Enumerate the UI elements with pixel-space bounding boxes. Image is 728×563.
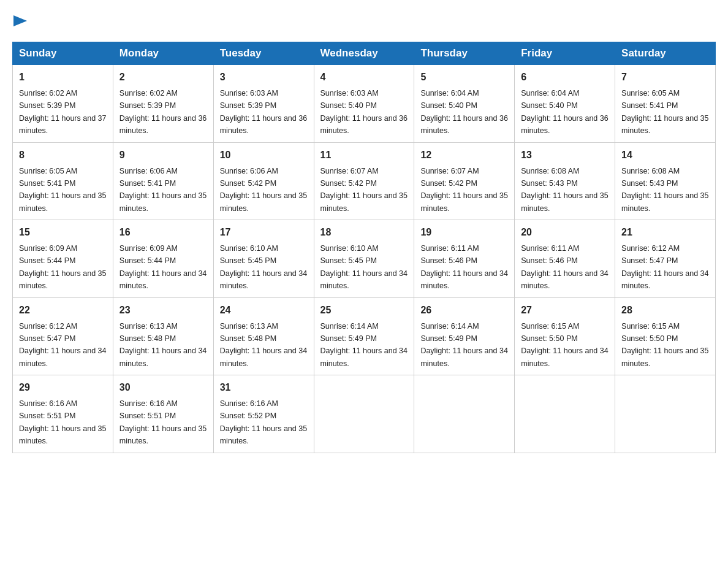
day-cell: [615, 375, 716, 453]
day-cell: 31 Sunrise: 6:16 AMSunset: 5:52 PMDaylig…: [213, 375, 314, 453]
cell-info: Sunrise: 6:14 AMSunset: 5:49 PMDaylight:…: [420, 322, 507, 368]
cell-info: Sunrise: 6:05 AMSunset: 5:41 PMDaylight:…: [621, 89, 708, 135]
cell-info: Sunrise: 6:06 AMSunset: 5:42 PMDaylight:…: [220, 167, 307, 213]
cell-info: Sunrise: 6:11 AMSunset: 5:46 PMDaylight:…: [521, 244, 608, 290]
svg-marker-0: [13, 15, 27, 26]
day-cell: 8 Sunrise: 6:05 AMSunset: 5:41 PMDayligh…: [13, 142, 113, 220]
day-number: 11: [320, 148, 408, 163]
calendar-table: SundayMondayTuesdayWednesdayThursdayFrid…: [12, 42, 716, 453]
day-cell: 14 Sunrise: 6:08 AMSunset: 5:43 PMDaylig…: [615, 142, 716, 220]
column-header-monday: Monday: [113, 42, 213, 65]
cell-info: Sunrise: 6:07 AMSunset: 5:42 PMDaylight:…: [320, 167, 408, 213]
day-number: 30: [119, 380, 207, 395]
day-number: 28: [621, 303, 709, 318]
cell-info: Sunrise: 6:09 AMSunset: 5:44 PMDaylight:…: [119, 244, 207, 290]
day-cell: 10 Sunrise: 6:06 AMSunset: 5:42 PMDaylig…: [213, 142, 314, 220]
day-cell: 6 Sunrise: 6:04 AMSunset: 5:40 PMDayligh…: [515, 65, 615, 143]
day-number: 20: [521, 225, 609, 240]
day-number: 15: [19, 225, 107, 240]
day-cell: 12 Sunrise: 6:07 AMSunset: 5:42 PMDaylig…: [414, 142, 515, 220]
cell-info: Sunrise: 6:16 AMSunset: 5:51 PMDaylight:…: [19, 399, 106, 445]
day-cell: 27 Sunrise: 6:15 AMSunset: 5:50 PMDaylig…: [515, 297, 615, 375]
day-cell: 18 Sunrise: 6:10 AMSunset: 5:45 PMDaylig…: [314, 220, 414, 298]
day-cell: 7 Sunrise: 6:05 AMSunset: 5:41 PMDayligh…: [615, 65, 716, 143]
cell-info: Sunrise: 6:15 AMSunset: 5:50 PMDaylight:…: [521, 322, 608, 368]
cell-info: Sunrise: 6:10 AMSunset: 5:45 PMDaylight:…: [220, 244, 307, 290]
cell-info: Sunrise: 6:16 AMSunset: 5:51 PMDaylight:…: [119, 399, 207, 445]
day-cell: 5 Sunrise: 6:04 AMSunset: 5:40 PMDayligh…: [414, 65, 515, 143]
day-cell: 13 Sunrise: 6:08 AMSunset: 5:43 PMDaylig…: [515, 142, 615, 220]
week-row-4: 22 Sunrise: 6:12 AMSunset: 5:47 PMDaylig…: [13, 297, 716, 375]
week-row-2: 8 Sunrise: 6:05 AMSunset: 5:41 PMDayligh…: [13, 142, 716, 220]
page-header: [12, 12, 716, 29]
day-cell: 25 Sunrise: 6:14 AMSunset: 5:49 PMDaylig…: [314, 297, 414, 375]
day-cell: 17 Sunrise: 6:10 AMSunset: 5:45 PMDaylig…: [213, 220, 314, 298]
cell-info: Sunrise: 6:16 AMSunset: 5:52 PMDaylight:…: [220, 399, 307, 445]
day-header-row: SundayMondayTuesdayWednesdayThursdayFrid…: [13, 42, 716, 65]
day-number: 2: [119, 70, 207, 85]
week-row-5: 29 Sunrise: 6:16 AMSunset: 5:51 PMDaylig…: [13, 375, 716, 453]
day-cell: 9 Sunrise: 6:06 AMSunset: 5:41 PMDayligh…: [113, 142, 213, 220]
day-number: 10: [220, 148, 308, 163]
day-cell: 30 Sunrise: 6:16 AMSunset: 5:51 PMDaylig…: [113, 375, 213, 453]
day-cell: [414, 375, 515, 453]
day-cell: 4 Sunrise: 6:03 AMSunset: 5:40 PMDayligh…: [314, 65, 414, 143]
day-cell: 16 Sunrise: 6:09 AMSunset: 5:44 PMDaylig…: [113, 220, 213, 298]
cell-info: Sunrise: 6:15 AMSunset: 5:50 PMDaylight:…: [621, 322, 708, 368]
cell-info: Sunrise: 6:03 AMSunset: 5:40 PMDaylight:…: [320, 89, 408, 135]
day-number: 6: [521, 70, 609, 85]
cell-info: Sunrise: 6:13 AMSunset: 5:48 PMDaylight:…: [220, 322, 307, 368]
day-number: 13: [521, 148, 609, 163]
cell-info: Sunrise: 6:02 AMSunset: 5:39 PMDaylight:…: [19, 89, 106, 135]
day-number: 29: [19, 380, 107, 395]
column-header-sunday: Sunday: [13, 42, 113, 65]
day-number: 27: [521, 303, 609, 318]
day-cell: 26 Sunrise: 6:14 AMSunset: 5:49 PMDaylig…: [414, 297, 515, 375]
cell-info: Sunrise: 6:14 AMSunset: 5:49 PMDaylight:…: [320, 322, 408, 368]
day-cell: [515, 375, 615, 453]
day-cell: 19 Sunrise: 6:11 AMSunset: 5:46 PMDaylig…: [414, 220, 515, 298]
day-cell: 2 Sunrise: 6:02 AMSunset: 5:39 PMDayligh…: [113, 65, 213, 143]
cell-info: Sunrise: 6:04 AMSunset: 5:40 PMDaylight:…: [521, 89, 608, 135]
cell-info: Sunrise: 6:06 AMSunset: 5:41 PMDaylight:…: [119, 167, 207, 213]
day-cell: 11 Sunrise: 6:07 AMSunset: 5:42 PMDaylig…: [314, 142, 414, 220]
day-number: 19: [420, 225, 508, 240]
column-header-thursday: Thursday: [414, 42, 515, 65]
day-cell: 22 Sunrise: 6:12 AMSunset: 5:47 PMDaylig…: [13, 297, 113, 375]
column-header-wednesday: Wednesday: [314, 42, 414, 65]
day-number: 16: [119, 225, 207, 240]
day-number: 21: [621, 225, 709, 240]
cell-info: Sunrise: 6:12 AMSunset: 5:47 PMDaylight:…: [19, 322, 106, 368]
day-cell: 23 Sunrise: 6:13 AMSunset: 5:48 PMDaylig…: [113, 297, 213, 375]
cell-info: Sunrise: 6:03 AMSunset: 5:39 PMDaylight:…: [220, 89, 307, 135]
logo-blue: [12, 12, 27, 29]
day-number: 7: [621, 70, 709, 85]
week-row-1: 1 Sunrise: 6:02 AMSunset: 5:39 PMDayligh…: [13, 65, 716, 143]
cell-info: Sunrise: 6:07 AMSunset: 5:42 PMDaylight:…: [420, 167, 507, 213]
day-number: 9: [119, 148, 207, 163]
column-header-friday: Friday: [515, 42, 615, 65]
day-cell: 15 Sunrise: 6:09 AMSunset: 5:44 PMDaylig…: [13, 220, 113, 298]
day-cell: [314, 375, 414, 453]
day-number: 3: [220, 70, 308, 85]
day-number: 24: [220, 303, 308, 318]
cell-info: Sunrise: 6:04 AMSunset: 5:40 PMDaylight:…: [420, 89, 507, 135]
cell-info: Sunrise: 6:13 AMSunset: 5:48 PMDaylight:…: [119, 322, 207, 368]
column-header-saturday: Saturday: [615, 42, 716, 65]
day-number: 31: [220, 380, 308, 395]
day-cell: 3 Sunrise: 6:03 AMSunset: 5:39 PMDayligh…: [213, 65, 314, 143]
day-cell: 20 Sunrise: 6:11 AMSunset: 5:46 PMDaylig…: [515, 220, 615, 298]
column-header-tuesday: Tuesday: [213, 42, 314, 65]
day-number: 8: [19, 148, 107, 163]
day-number: 17: [220, 225, 308, 240]
day-cell: 1 Sunrise: 6:02 AMSunset: 5:39 PMDayligh…: [13, 65, 113, 143]
day-number: 23: [119, 303, 207, 318]
logo-triangle-icon: [13, 15, 27, 26]
cell-info: Sunrise: 6:02 AMSunset: 5:39 PMDaylight:…: [119, 89, 207, 135]
day-cell: 28 Sunrise: 6:15 AMSunset: 5:50 PMDaylig…: [615, 297, 716, 375]
day-number: 5: [420, 70, 508, 85]
cell-info: Sunrise: 6:08 AMSunset: 5:43 PMDaylight:…: [521, 167, 608, 213]
day-number: 12: [420, 148, 508, 163]
day-number: 4: [320, 70, 408, 85]
cell-info: Sunrise: 6:10 AMSunset: 5:45 PMDaylight:…: [320, 244, 408, 290]
